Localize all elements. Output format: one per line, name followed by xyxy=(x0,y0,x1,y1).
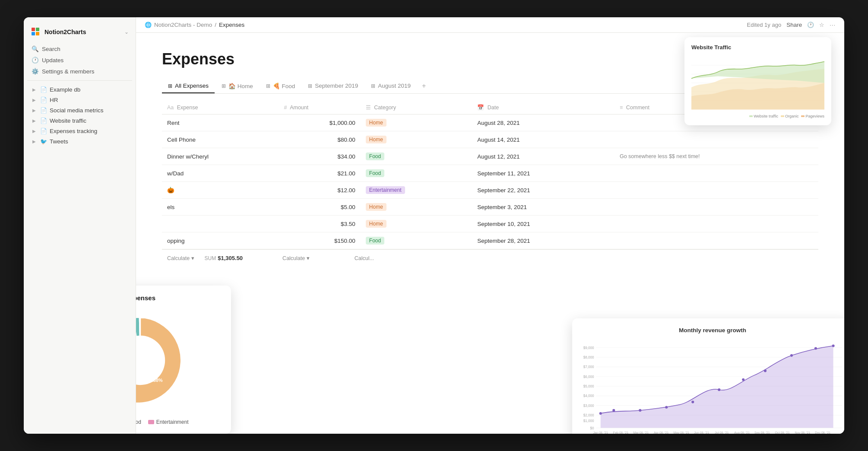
tree-label: Website traffic xyxy=(50,118,86,124)
cell-expense: w/Dad xyxy=(162,165,279,182)
cell-date: August 28, 2021 xyxy=(472,114,615,131)
tab-icon: ⊞ xyxy=(266,83,270,89)
share-button[interactable]: Share xyxy=(786,22,802,28)
sidebar-item-example-db[interactable]: ▶ 📄 Example db xyxy=(27,84,132,95)
top-bar: 🌐 Notion2Charts - Demo / Expenses Edited… xyxy=(136,17,844,33)
app-logo xyxy=(31,27,41,37)
cell-comment xyxy=(615,216,818,232)
monthly-revenue-card: Monthly revenue growth $9,000 $8,000 $7,… xyxy=(572,318,844,434)
tab-food[interactable]: ⊞ 🍕 Food xyxy=(260,79,301,94)
tab-september-2019[interactable]: ⊞ September 2019 xyxy=(302,79,364,93)
svg-point-34 xyxy=(665,406,668,409)
sidebar-item-website-traffic[interactable]: ▶ 📄 Website traffic xyxy=(27,115,132,126)
cell-amount: $150.00 xyxy=(279,232,360,249)
svg-point-40 xyxy=(814,347,817,350)
star-icon[interactable]: ☆ xyxy=(819,22,824,28)
calculate-btn-1[interactable]: Calculate ▾ xyxy=(162,253,200,263)
sidebar-item-expenses-tracking[interactable]: ▶ 📄 Expenses tracking xyxy=(27,126,132,136)
tab-home[interactable]: ⊞ 🏠 Home xyxy=(215,79,259,94)
col-category: ☰ Category xyxy=(361,101,472,114)
tab-label: August 2019 xyxy=(378,83,411,89)
tab-all-expenses[interactable]: ⊞ All Expenses xyxy=(162,79,215,93)
calculate-btn-2[interactable]: Calculate ▾ xyxy=(277,253,315,263)
svg-text:$6,000: $6,000 xyxy=(583,375,594,379)
svg-text:$4,000: $4,000 xyxy=(583,394,594,398)
tab-icon: ⊞ xyxy=(168,83,172,89)
expenses-donut-card: Expenses 15.70% 83.38% xyxy=(136,286,231,434)
expenses-table: Aa Expense # Amount ☰ Category 📅 Date ≡ … xyxy=(162,101,818,267)
cell-comment xyxy=(615,165,818,182)
sidebar-item-search[interactable]: 🔍 Search xyxy=(27,43,132,54)
sidebar-item-tweets[interactable]: ▶ 🐦 Tweets xyxy=(27,136,132,146)
tree-label: Example db xyxy=(50,86,80,93)
edited-timestamp: Edited 1y ago xyxy=(747,22,782,28)
cell-category: Home xyxy=(361,216,472,232)
table-row[interactable]: opping $150.00 Food September 28, 2021 xyxy=(162,232,818,249)
search-label: Search xyxy=(42,46,60,52)
sidebar-item-updates[interactable]: 🕐 Updates xyxy=(27,54,132,66)
table-row[interactable]: Cell Phone $80.00 Home August 14, 2021 xyxy=(162,131,818,148)
cell-category: Home xyxy=(361,199,472,216)
cell-comment xyxy=(615,131,818,148)
workspace-name: Notion2Charts xyxy=(44,29,86,35)
sidebar-item-hr[interactable]: ▶ 📄 HR xyxy=(27,95,132,105)
table-row[interactable]: els $5.00 Home September 3, 2021 xyxy=(162,199,818,216)
legend-label-entertainment: Entertainment xyxy=(156,419,189,425)
tree-arrow-icon: ▶ xyxy=(32,98,38,102)
tab-august-2019[interactable]: ⊞ August 2019 xyxy=(365,79,417,93)
add-view-button[interactable]: + xyxy=(418,79,430,93)
cell-comment xyxy=(615,199,818,216)
svg-text:Dec 08, '21: Dec 08, '21 xyxy=(815,431,830,434)
calculate-btn-3[interactable]: Calcul... xyxy=(349,254,379,263)
sidebar-workspace[interactable]: Notion2Charts ⌄ xyxy=(27,24,132,40)
svg-text:Oct 08, '21: Oct 08, '21 xyxy=(775,431,790,434)
breadcrumb-current: Expenses xyxy=(219,22,244,28)
table-row[interactable]: $3.50 Home September 10, 2021 xyxy=(162,216,818,232)
cell-expense xyxy=(162,216,279,232)
tree-label: HR xyxy=(50,97,58,103)
donut-legend: Home Food Entertainment xyxy=(136,419,222,425)
sidebar-item-social-media[interactable]: ▶ 📄 Social media metrics xyxy=(27,105,132,115)
cell-comment: Go somewhere less $$ next time! xyxy=(615,148,818,165)
tab-label: September 2019 xyxy=(315,83,358,89)
doc-icon: 📄 xyxy=(40,127,47,134)
cell-category: Food xyxy=(361,148,472,165)
svg-text:$5,000: $5,000 xyxy=(583,384,594,388)
breadcrumb-workspace: Notion2Charts - Demo xyxy=(154,22,212,28)
tab-label: 🏠 Home xyxy=(228,83,253,89)
cell-amount: $80.00 xyxy=(279,131,360,148)
tree-arrow-icon: ▶ xyxy=(32,108,38,113)
tab-icon: ⊞ xyxy=(222,83,226,89)
cell-category: Food xyxy=(361,165,472,182)
doc-icon: 📄 xyxy=(40,96,47,103)
breadcrumb-separator: / xyxy=(215,22,216,28)
sidebar-divider xyxy=(27,80,132,81)
svg-text:$9,000: $9,000 xyxy=(583,346,594,350)
cell-expense: Rent xyxy=(162,114,279,131)
website-traffic-card: Website Traffic xyxy=(684,37,831,125)
cell-date: September 3, 2021 xyxy=(472,199,615,216)
tab-label: 🍕 Food xyxy=(273,83,295,89)
svg-text:Mar 08, '21: Mar 08, '21 xyxy=(634,431,649,434)
cell-category: Home xyxy=(361,114,472,131)
cell-date: August 12, 2021 xyxy=(472,148,615,165)
tree-arrow-icon: ▶ xyxy=(32,118,38,123)
table-row[interactable]: 🎃 $12.00 Entertainment September 22, 202… xyxy=(162,182,818,199)
donut-chart: 15.70% 83.38% xyxy=(136,308,192,412)
sidebar-item-settings[interactable]: ⚙️ Settings & members xyxy=(27,66,132,77)
cell-amount: $21.00 xyxy=(279,165,360,182)
more-icon[interactable]: ··· xyxy=(830,22,836,28)
svg-point-37 xyxy=(742,378,744,381)
table-row[interactable]: Dinner w/Cheryl $34.00 Food August 12, 2… xyxy=(162,148,818,165)
tab-icon: ⊞ xyxy=(308,83,312,89)
cell-date: August 14, 2021 xyxy=(472,131,615,148)
clock-icon: 🕐 xyxy=(807,22,814,28)
tab-icon: ⊞ xyxy=(371,83,375,89)
cell-category: Food xyxy=(361,232,472,249)
svg-point-38 xyxy=(764,369,767,372)
tweet-icon: 🐦 xyxy=(40,138,47,145)
updates-label: Updates xyxy=(42,57,63,64)
main-content: 🌐 Notion2Charts - Demo / Expenses Edited… xyxy=(136,17,844,434)
svg-text:Feb 08, '21: Feb 08, '21 xyxy=(613,431,628,434)
table-row[interactable]: w/Dad $21.00 Food September 11, 2021 xyxy=(162,165,818,182)
